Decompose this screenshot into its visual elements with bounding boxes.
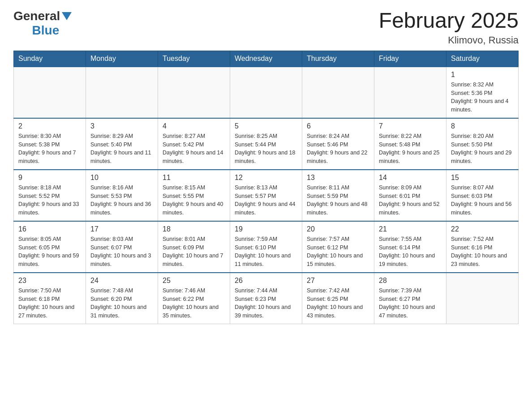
weekday-header: Sunday xyxy=(14,51,86,67)
day-number: 19 xyxy=(235,225,297,233)
calendar-cell: 22Sunrise: 7:52 AMSunset: 6:16 PMDayligh… xyxy=(446,221,519,273)
calendar-cell: 9Sunrise: 8:18 AMSunset: 5:52 PMDaylight… xyxy=(14,170,86,221)
day-info: Sunrise: 7:52 AMSunset: 6:16 PMDaylight:… xyxy=(451,235,514,269)
day-number: 3 xyxy=(90,122,153,130)
week-row: 1Sunrise: 8:32 AMSunset: 5:36 PMDaylight… xyxy=(14,67,519,118)
logo: General Blue xyxy=(13,9,72,38)
day-info: Sunrise: 8:03 AMSunset: 6:07 PMDaylight:… xyxy=(90,235,153,269)
calendar-cell: 13Sunrise: 8:11 AMSunset: 5:59 PMDayligh… xyxy=(302,170,374,221)
day-number: 2 xyxy=(18,122,81,130)
day-info: Sunrise: 8:27 AMSunset: 5:42 PMDaylight:… xyxy=(163,132,225,166)
day-number: 7 xyxy=(379,122,442,130)
calendar-cell: 21Sunrise: 7:55 AMSunset: 6:14 PMDayligh… xyxy=(374,221,446,273)
day-info: Sunrise: 8:20 AMSunset: 5:50 PMDaylight:… xyxy=(451,132,514,166)
day-info: Sunrise: 8:05 AMSunset: 6:05 PMDaylight:… xyxy=(18,235,81,269)
calendar-cell: 2Sunrise: 8:30 AMSunset: 5:38 PMDaylight… xyxy=(14,118,86,170)
title-section: February 2025 Klimovo, Russia xyxy=(379,9,519,46)
day-number: 6 xyxy=(307,122,369,130)
calendar-cell: 7Sunrise: 8:22 AMSunset: 5:48 PMDaylight… xyxy=(374,118,446,170)
day-number: 20 xyxy=(307,225,369,233)
calendar-cell: 14Sunrise: 8:09 AMSunset: 6:01 PMDayligh… xyxy=(374,170,446,221)
logo-general: General xyxy=(13,9,60,23)
calendar-cell: 24Sunrise: 7:48 AMSunset: 6:20 PMDayligh… xyxy=(86,273,158,324)
calendar-cell: 15Sunrise: 8:07 AMSunset: 6:03 PMDayligh… xyxy=(446,170,519,221)
day-number: 26 xyxy=(235,277,297,285)
day-info: Sunrise: 8:09 AMSunset: 6:01 PMDaylight:… xyxy=(379,184,442,217)
logo-triangle-icon xyxy=(62,12,72,20)
calendar-table: SundayMondayTuesdayWednesdayThursdayFrid… xyxy=(13,51,519,324)
calendar-cell xyxy=(230,67,302,118)
calendar-title: February 2025 xyxy=(379,9,519,33)
day-info: Sunrise: 8:30 AMSunset: 5:38 PMDaylight:… xyxy=(18,132,81,166)
day-number: 9 xyxy=(18,174,81,182)
calendar-cell: 12Sunrise: 8:13 AMSunset: 5:57 PMDayligh… xyxy=(230,170,302,221)
day-info: Sunrise: 7:42 AMSunset: 6:25 PMDaylight:… xyxy=(307,287,369,320)
week-row: 16Sunrise: 8:05 AMSunset: 6:05 PMDayligh… xyxy=(14,221,519,273)
calendar-cell xyxy=(446,273,519,324)
calendar-cell: 18Sunrise: 8:01 AMSunset: 6:09 PMDayligh… xyxy=(158,221,230,273)
day-number: 5 xyxy=(235,122,297,130)
calendar-cell: 10Sunrise: 8:16 AMSunset: 5:53 PMDayligh… xyxy=(86,170,158,221)
calendar-cell: 6Sunrise: 8:24 AMSunset: 5:46 PMDaylight… xyxy=(302,118,374,170)
day-info: Sunrise: 8:22 AMSunset: 5:48 PMDaylight:… xyxy=(379,132,442,166)
weekday-header: Monday xyxy=(86,51,158,67)
day-info: Sunrise: 8:11 AMSunset: 5:59 PMDaylight:… xyxy=(307,184,369,217)
week-row: 9Sunrise: 8:18 AMSunset: 5:52 PMDaylight… xyxy=(14,170,519,221)
calendar-cell: 4Sunrise: 8:27 AMSunset: 5:42 PMDaylight… xyxy=(158,118,230,170)
week-row: 23Sunrise: 7:50 AMSunset: 6:18 PMDayligh… xyxy=(14,273,519,324)
calendar-cell: 5Sunrise: 8:25 AMSunset: 5:44 PMDaylight… xyxy=(230,118,302,170)
day-info: Sunrise: 8:16 AMSunset: 5:53 PMDaylight:… xyxy=(90,184,153,217)
day-number: 16 xyxy=(18,225,81,233)
day-number: 23 xyxy=(18,277,81,285)
day-info: Sunrise: 8:13 AMSunset: 5:57 PMDaylight:… xyxy=(235,184,297,217)
calendar-cell: 16Sunrise: 8:05 AMSunset: 6:05 PMDayligh… xyxy=(14,221,86,273)
logo-blue: Blue xyxy=(32,23,60,38)
day-number: 13 xyxy=(307,174,369,182)
day-number: 12 xyxy=(235,174,297,182)
day-number: 27 xyxy=(307,277,369,285)
day-info: Sunrise: 8:29 AMSunset: 5:40 PMDaylight:… xyxy=(90,132,153,166)
calendar-cell xyxy=(14,67,86,118)
day-info: Sunrise: 7:48 AMSunset: 6:20 PMDaylight:… xyxy=(90,287,153,320)
day-number: 17 xyxy=(90,225,153,233)
weekday-header: Thursday xyxy=(302,51,374,67)
day-info: Sunrise: 7:39 AMSunset: 6:27 PMDaylight:… xyxy=(379,287,442,320)
day-number: 15 xyxy=(451,174,514,182)
calendar-cell xyxy=(86,67,158,118)
calendar-cell: 25Sunrise: 7:46 AMSunset: 6:22 PMDayligh… xyxy=(158,273,230,324)
day-info: Sunrise: 8:01 AMSunset: 6:09 PMDaylight:… xyxy=(163,235,225,269)
weekday-header: Friday xyxy=(374,51,446,67)
day-info: Sunrise: 7:44 AMSunset: 6:23 PMDaylight:… xyxy=(235,287,297,320)
day-number: 24 xyxy=(90,277,153,285)
day-info: Sunrise: 7:46 AMSunset: 6:22 PMDaylight:… xyxy=(163,287,225,320)
day-info: Sunrise: 8:24 AMSunset: 5:46 PMDaylight:… xyxy=(307,132,369,166)
calendar-cell: 23Sunrise: 7:50 AMSunset: 6:18 PMDayligh… xyxy=(14,273,86,324)
day-number: 4 xyxy=(163,122,225,130)
svg-marker-0 xyxy=(62,12,72,20)
day-info: Sunrise: 7:57 AMSunset: 6:12 PMDaylight:… xyxy=(307,235,369,269)
day-info: Sunrise: 8:18 AMSunset: 5:52 PMDaylight:… xyxy=(18,184,81,217)
calendar-cell: 17Sunrise: 8:03 AMSunset: 6:07 PMDayligh… xyxy=(86,221,158,273)
calendar-cell xyxy=(302,67,374,118)
day-number: 28 xyxy=(379,277,442,285)
weekday-header: Wednesday xyxy=(230,51,302,67)
day-number: 22 xyxy=(451,225,514,233)
day-info: Sunrise: 7:59 AMSunset: 6:10 PMDaylight:… xyxy=(235,235,297,269)
calendar-cell: 26Sunrise: 7:44 AMSunset: 6:23 PMDayligh… xyxy=(230,273,302,324)
day-info: Sunrise: 7:55 AMSunset: 6:14 PMDaylight:… xyxy=(379,235,442,269)
day-number: 18 xyxy=(163,225,225,233)
calendar-cell: 27Sunrise: 7:42 AMSunset: 6:25 PMDayligh… xyxy=(302,273,374,324)
weekday-header: Saturday xyxy=(446,51,519,67)
day-info: Sunrise: 8:25 AMSunset: 5:44 PMDaylight:… xyxy=(235,132,297,166)
day-info: Sunrise: 7:50 AMSunset: 6:18 PMDaylight:… xyxy=(18,287,81,320)
calendar-cell: 28Sunrise: 7:39 AMSunset: 6:27 PMDayligh… xyxy=(374,273,446,324)
day-info: Sunrise: 8:07 AMSunset: 6:03 PMDaylight:… xyxy=(451,184,514,217)
day-number: 14 xyxy=(379,174,442,182)
day-number: 11 xyxy=(163,174,225,182)
calendar-cell xyxy=(158,67,230,118)
day-number: 21 xyxy=(379,225,442,233)
calendar-cell: 3Sunrise: 8:29 AMSunset: 5:40 PMDaylight… xyxy=(86,118,158,170)
calendar-cell: 20Sunrise: 7:57 AMSunset: 6:12 PMDayligh… xyxy=(302,221,374,273)
calendar-cell: 8Sunrise: 8:20 AMSunset: 5:50 PMDaylight… xyxy=(446,118,519,170)
calendar-cell: 19Sunrise: 7:59 AMSunset: 6:10 PMDayligh… xyxy=(230,221,302,273)
